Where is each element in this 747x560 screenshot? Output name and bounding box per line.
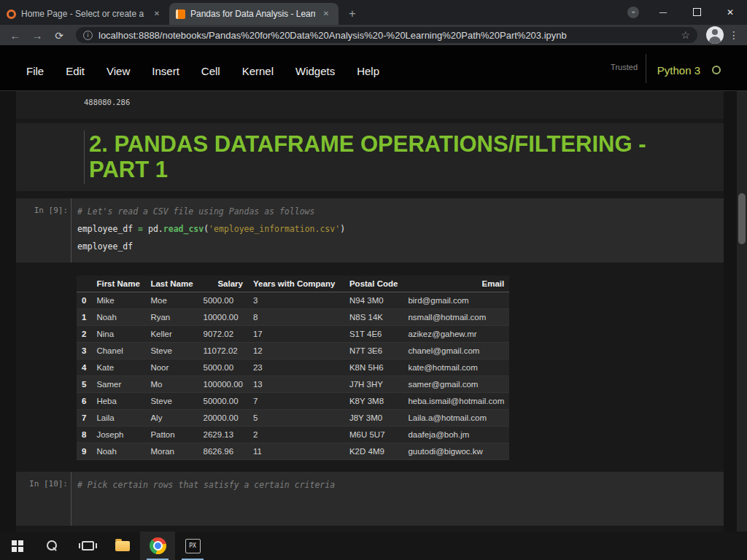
app-taskbar-button[interactable]: PX [175,532,210,560]
table-cell: samer@gmail.com [403,376,509,393]
tab-search-icon[interactable] [627,7,639,18]
table-row: 5SamerMo100000.0013J7H 3HYsamer@gmail.co… [77,376,509,393]
table-cell: chanel@gmail.com [403,343,509,359]
browser-tab-strip: Home Page - Select or create a n Pandas … [0,0,747,25]
table-cell: Nina [91,326,145,343]
menu-kernel[interactable]: Kernel [242,65,274,77]
table-cell: Noor [145,359,198,376]
back-icon[interactable] [6,29,25,42]
table-cell: 23 [248,359,344,376]
menu-file[interactable]: File [26,65,44,77]
table-cell: 13 [248,376,344,393]
table-cell: 10000.00 [198,309,248,326]
tab-close-icon[interactable] [320,8,332,20]
table-row: 2NinaKeller9072.0217S1T 4E6azikez@gahew.… [77,326,509,343]
table-cell: 5000.00 [198,359,248,376]
new-tab-button[interactable] [343,4,362,23]
chrome-icon [150,537,166,554]
table-cell: 8 [248,309,344,326]
url-text[interactable]: localhost:8888/notebooks/Pandas%20for%20… [98,30,675,41]
table-cell: 17 [248,326,344,343]
table-cell: K8Y 3M8 [344,393,403,410]
table-cell: Chanel [91,343,145,359]
column-header: Last Name [145,276,198,292]
row-index: 4 [77,359,91,376]
code-line: employee_df = pd.read_csv('employee_info… [77,220,716,238]
table-body: 0MikeMoe5000.003N94 3M0bird@gmail.com1No… [77,292,509,460]
menu-help[interactable]: Help [357,65,379,77]
minimize-button[interactable] [646,0,680,24]
jupyter-menubar: FileEditViewInsertCellKernelWidgetsHelp … [0,45,747,90]
menu-cell[interactable]: Cell [201,65,220,77]
tab-pandas-notebook[interactable]: Pandas for Data Analysis - Learni [169,3,338,25]
profile-avatar[interactable] [706,26,724,44]
folder-icon [115,541,130,551]
row-index: 0 [77,292,91,309]
table-row: 4KateNoor5000.0023K8N 5H6kate@hotmail.co… [77,359,509,376]
tab-home-page[interactable]: Home Page - Select or create a n [0,3,169,25]
table-cell: 11 [248,443,344,460]
table-header: First NameLast NameSalaryYears with Comp… [77,276,509,292]
table-cell: S1T 4E6 [344,326,403,343]
table-cell: 3 [248,292,344,309]
table-cell: Aly [145,410,198,427]
kernel-name[interactable]: Python 3 [657,64,700,77]
site-info-icon[interactable] [83,31,93,40]
notebook-area: 488080.286 2. PANDAS DATAFRAME OPERATION… [0,90,747,532]
file-explorer-button[interactable] [105,532,140,560]
tab-close-icon[interactable] [151,8,163,20]
row-index: 2 [77,326,91,343]
table-cell: Moe [145,292,198,309]
menu-insert[interactable]: Insert [152,65,179,77]
table-row: 0MikeMoe5000.003N94 3M0bird@gmail.com [77,292,509,309]
code-cell-in9[interactable]: In [9]: # Let's read a CSV file using Pa… [16,198,724,262]
table-cell: Noah [91,443,145,460]
menu-edit[interactable]: Edit [66,65,85,77]
bookmark-star-icon[interactable] [681,29,690,41]
tab-title: Pandas for Data Analysis - Learni [190,9,315,19]
table-cell: N7T 3E6 [344,343,403,359]
row-index: 8 [77,427,91,443]
notebook-favicon-icon [176,9,185,19]
jupyter-menu: FileEditViewInsertCellKernelWidgetsHelp [26,65,379,77]
taskbar-search-button[interactable] [35,532,70,560]
browser-menu-icon[interactable] [727,29,741,41]
reload-icon[interactable] [50,29,69,42]
notebook-container: 488080.286 2. PANDAS DATAFRAME OPERATION… [16,91,724,532]
scrollbar-thumb[interactable] [738,193,746,244]
forward-icon[interactable] [28,29,47,42]
table-row: 1NoahRyan10000.008N8S 14Knsmall@hotmail.… [77,309,509,326]
maximize-button[interactable] [680,0,713,24]
table-cell: Heba [91,393,145,410]
table-row: 7LailaAly20000.005J8Y 3M0Laila.a@hotmail… [77,410,509,427]
table-cell: Laila [91,410,145,427]
close-button[interactable] [713,0,747,24]
chrome-taskbar-button[interactable] [140,532,175,560]
scrollbar[interactable] [737,91,747,532]
task-view-icon [82,541,94,551]
markdown-heading-cell[interactable]: 2. PANDAS DATAFRAME OPERATIONS/FILTERING… [16,123,724,191]
row-index: 9 [77,443,91,460]
section-heading: 2. PANDAS DATAFRAME OPERATIONS/FILTERING… [89,132,716,182]
input-prompt: In [10]: [16,472,71,526]
table-cell: daafeja@boh.jm [403,427,509,443]
menu-widgets[interactable]: Widgets [295,65,335,77]
table-cell: Ryan [145,309,198,326]
start-button[interactable] [0,532,35,560]
table-cell: Moran [145,443,198,460]
table-cell: nsmall@hotmail.com [403,309,509,326]
menu-view[interactable]: View [107,65,130,77]
column-header: Email [403,276,509,292]
code-cell-in10[interactable]: In [10]: # Pick certain rows that satisf… [16,472,724,526]
table-cell: 20000.00 [198,410,248,427]
table-row: 6HebaSteve50000.007K8Y 3M8heba.ismail@ho… [77,393,509,410]
task-view-button[interactable] [70,532,105,560]
table-cell: 7 [248,393,344,410]
menubar-divider [646,54,646,83]
table-cell: 5 [248,410,344,427]
table-cell: Mo [145,376,198,393]
table-cell: 8626.96 [198,443,248,460]
table-cell: Noah [91,309,145,326]
address-bar[interactable]: localhost:8888/notebooks/Pandas%20for%20… [76,27,697,43]
table-cell: Kate [91,359,145,376]
